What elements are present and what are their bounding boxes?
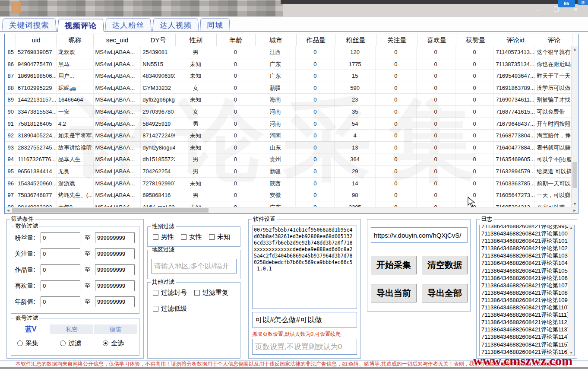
region-input[interactable] bbox=[151, 259, 237, 274]
scroll-right-arrow-icon[interactable]: ► bbox=[571, 207, 578, 213]
checkbox-icon bbox=[209, 234, 215, 240]
log-scroll-up-icon[interactable]: ▲ bbox=[568, 226, 574, 230]
table-row[interactable]: 9615434520960...游游戏MS4wLjABAA...72781929… bbox=[5, 178, 571, 190]
table-cell: 未知 bbox=[175, 94, 216, 105]
other-checkbox-过滤封号[interactable]: 过滤封号 bbox=[153, 289, 194, 297]
table-cell: 0 bbox=[376, 153, 417, 165]
table-row[interactable]: 9328327552745...故事讲给谁听MS4wLjABAA...dyhl2… bbox=[5, 142, 571, 154]
page-count-input[interactable] bbox=[252, 339, 357, 355]
table-row[interactable]: 8718696198506...用户...MS4wLjABAA...483409… bbox=[5, 70, 571, 82]
hscroll-thumb[interactable] bbox=[12, 208, 209, 213]
blue-v-tab[interactable]: 蓝V bbox=[11, 325, 50, 334]
other-checkbox-过滤重复[interactable]: 过滤重复 bbox=[194, 289, 236, 297]
tab-2[interactable]: 视频评论 bbox=[57, 19, 104, 32]
numeric-min-input[interactable] bbox=[41, 280, 80, 291]
table-cell: 33473815534... bbox=[16, 106, 57, 118]
table-row[interactable]: 91758181264054.2MS4wLjABAA...584925919男0… bbox=[5, 118, 571, 130]
numeric-filter-label: 年龄值: bbox=[15, 298, 41, 306]
table-cell: 364 bbox=[335, 153, 376, 165]
table-horizontal-scrollbar[interactable]: ◄ ► bbox=[5, 207, 578, 213]
table-row[interactable]: 9411167326776...品享人生MS4wLjABAA...dh15185… bbox=[5, 153, 571, 165]
table-cell: 0 bbox=[376, 82, 417, 94]
row-number-cell: 88 bbox=[5, 82, 16, 94]
table-cell: MS4wLjABAA... bbox=[94, 118, 141, 130]
numeric-min-input[interactable] bbox=[41, 232, 80, 243]
radio-全选[interactable]: 全选 bbox=[103, 339, 124, 347]
numeric-max-input[interactable] bbox=[95, 296, 135, 307]
numeric-max-input[interactable] bbox=[95, 280, 135, 291]
numeric-min-input[interactable] bbox=[41, 248, 80, 259]
table-cell: 75818126405 bbox=[16, 118, 57, 130]
tab-5[interactable]: 同城 bbox=[200, 19, 230, 31]
minimize-button[interactable]: — bbox=[533, 5, 542, 14]
table-row[interactable]: 9775836746877烤蚝先生、(...MS4wLjABAA...69586… bbox=[5, 189, 571, 201]
scroll-up-arrow-icon[interactable]: ▲ bbox=[572, 47, 578, 51]
log-list[interactable]: 7113864346882608421评论第99页711386434688260… bbox=[479, 225, 575, 356]
table-cell: 0 bbox=[216, 106, 255, 118]
start-collect-button[interactable]: 开始采集 bbox=[371, 256, 417, 274]
scroll-left-arrow-icon[interactable]: ◄ bbox=[5, 207, 12, 213]
table-cell: 0 bbox=[417, 82, 455, 94]
numeric-max-input[interactable] bbox=[95, 264, 135, 275]
gender-checkbox-女性[interactable]: 女性 bbox=[181, 233, 202, 241]
tab-label: 达人粉丝 bbox=[112, 21, 145, 29]
log-item: 7113864346882608421评论第100页 bbox=[481, 230, 573, 237]
table-cell: 2305 bbox=[335, 201, 376, 207]
table-row[interactable]: 9596561384414无良MS4wLjABAA...704262254男0新… bbox=[5, 165, 571, 178]
numeric-min-input[interactable] bbox=[41, 296, 80, 307]
tab-4[interactable]: 达人视频 bbox=[152, 19, 199, 31]
table-row[interactable]: 8694904775470黑马.MS4wLjABAA...NN5515未知0广东… bbox=[5, 58, 571, 70]
table-cell: 0 bbox=[417, 165, 455, 177]
video-url-input[interactable] bbox=[371, 227, 468, 243]
keyword-input[interactable] bbox=[252, 312, 357, 328]
table-row[interactable]: 8552769839057龙欢欢MS4wLjABAA...25439081男0江… bbox=[5, 46, 571, 58]
private-tab[interactable]: 私密 bbox=[50, 324, 93, 334]
table-vertical-scrollbar[interactable]: ▲ ▼ bbox=[571, 46, 578, 207]
redacted-title bbox=[0, 0, 283, 16]
filter-panel: 筛选条件 数值过滤 粉丝量:至关注量:至作品量:至喜欢量:至年龄值:至 账号过滤… bbox=[6, 219, 144, 359]
column-header: 年龄 bbox=[217, 34, 256, 46]
table-row[interactable]: 9898440083202大年9MS4wLjABAA...AMV_mai 03.… bbox=[5, 201, 571, 207]
log-scrollbar[interactable]: ▲ ▼ bbox=[568, 225, 574, 356]
table-cell: MS4wLjABAA... bbox=[94, 189, 141, 201]
table-cell: 女 bbox=[175, 106, 216, 118]
table-cell: 未知 bbox=[175, 130, 216, 141]
table-cell: 1775 bbox=[335, 58, 376, 70]
numeric-max-input[interactable] bbox=[95, 232, 135, 243]
gender-checkbox-男性[interactable]: 男性 bbox=[153, 233, 174, 241]
radio-采集[interactable]: 采集 bbox=[17, 339, 38, 347]
table-cell: 你也在附近吗 .. bbox=[535, 58, 571, 70]
radio-过滤[interactable]: 过滤 bbox=[60, 339, 81, 347]
table-row[interactable]: 8914422131157...16466464MS4wLjABAA...dyf… bbox=[5, 94, 571, 106]
export-current-button[interactable]: 导出当前 bbox=[371, 284, 417, 302]
vscroll-thumb[interactable] bbox=[572, 162, 577, 188]
table-cell: MS4wLjABAA... bbox=[94, 130, 141, 141]
row-number-cell: 93 bbox=[5, 142, 16, 153]
table-row[interactable]: 8867102995229妮妮🚙MS4wLjABAA...GYM33232女0新… bbox=[5, 82, 571, 94]
table-cell: 0 bbox=[376, 165, 417, 177]
export-all-button[interactable]: 导出全部 bbox=[422, 284, 468, 302]
tab-3[interactable]: 达人粉丝 bbox=[105, 19, 152, 31]
table-row[interactable]: 9033473815534...一安MS4wLjABAA...297039678… bbox=[5, 106, 571, 118]
table-cell: 0 bbox=[296, 106, 335, 118]
table-cell: 0 bbox=[216, 178, 255, 189]
gender-checkbox-未知[interactable]: 未知 bbox=[209, 233, 230, 241]
row-number-cell: 86 bbox=[5, 58, 16, 70]
showcase-tab[interactable]: 橱窗 bbox=[94, 324, 137, 334]
table-row[interactable]: 9231890405224...如果是宇将军...MS4wLjABAA...87… bbox=[5, 130, 571, 142]
row-number-cell: 91 bbox=[5, 118, 16, 130]
table-cell: MS4wLjABAA... bbox=[94, 106, 141, 118]
table-cell: 广东 bbox=[255, 58, 296, 70]
tab-1[interactable]: 关键词搜索 bbox=[2, 19, 57, 31]
table-cell: 0 bbox=[455, 189, 494, 201]
numeric-max-input[interactable] bbox=[95, 248, 135, 259]
numeric-min-input[interactable] bbox=[41, 264, 80, 275]
row-number-cell: 97 bbox=[5, 189, 16, 201]
table-cell: NN5515 bbox=[141, 58, 175, 70]
license-token-box[interactable]: 007952f5b5b741eb1ef95068a8d1b95e4d03b8a4… bbox=[252, 226, 357, 309]
clear-data-button[interactable]: 清空数据 bbox=[422, 256, 468, 274]
column-header: 昵称 bbox=[57, 34, 94, 46]
table-cell: 16466464 bbox=[57, 94, 94, 105]
scroll-down-arrow-icon[interactable]: ▼ bbox=[572, 202, 578, 206]
other-checkbox-过滤低级[interactable]: 过滤低级 bbox=[153, 305, 194, 313]
